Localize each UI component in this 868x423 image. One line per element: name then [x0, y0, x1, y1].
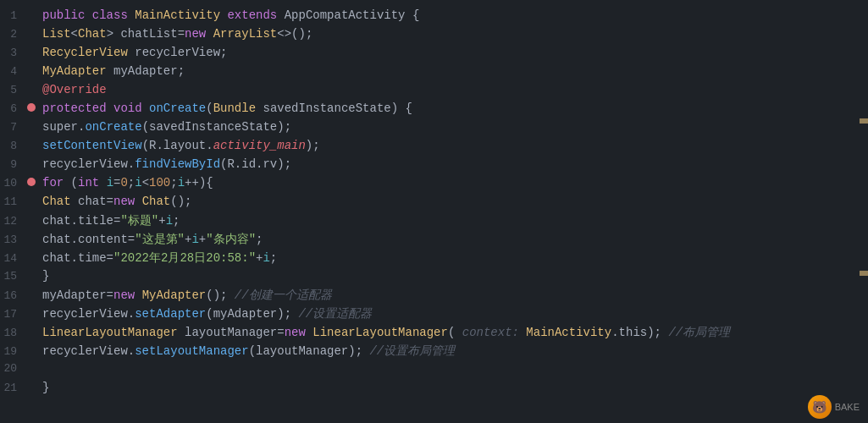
code-line: 3 RecyclerView recyclerView;	[0, 46, 868, 64]
token-plain: ;	[270, 251, 277, 265]
code-line: 13 chat.content="这是第"+i+"条内容";	[0, 232, 868, 250]
code-line: 19 recyclerView.setLayoutManager(layoutM…	[0, 343, 868, 362]
token-type: MyAdapter	[142, 288, 207, 302]
token-var-cyan: i	[191, 233, 198, 246]
token-plain: ;	[128, 176, 135, 190]
code-line: 17 recyclerView.setAdapter(myAdapter); /…	[0, 306, 868, 325]
token-annotation: @Override	[42, 83, 107, 96]
token-type: MyAdapter	[42, 64, 107, 78]
token-plain: recyclerView;	[128, 46, 228, 59]
token-plain: }	[42, 269, 49, 283]
line-content: }	[37, 269, 854, 283]
token-kw: protected	[42, 102, 113, 115]
token-var-cyan: i	[107, 176, 113, 190]
line-number: 12	[0, 215, 25, 228]
line-number: 15	[0, 270, 25, 283]
line-content: chat.content="这是第"+i+"条内容";	[37, 232, 854, 247]
token-plain: ++){	[185, 176, 213, 190]
token-plain: +	[158, 214, 165, 228]
code-line: 15 }	[0, 269, 868, 288]
watermark: 🐻 BAKE	[808, 395, 860, 419]
token-method: onCreate	[85, 120, 141, 134]
code-line: 6 protected void onCreate(Bundle savedIn…	[0, 102, 868, 120]
token-kw: new	[113, 288, 142, 302]
token-plain: ();	[170, 195, 191, 208]
breakpoint-area[interactable]	[25, 178, 37, 186]
breakpoint-dot	[27, 103, 36, 112]
token-plain: (R.id.rv);	[220, 157, 291, 171]
line-number: 11	[0, 195, 25, 208]
code-line: 14 chat.time="2022年2月28日20:58:"+i;	[0, 250, 868, 269]
token-number: 0	[120, 176, 127, 190]
line-number: 20	[0, 362, 25, 375]
token-plain: chat.title=	[42, 214, 120, 228]
token-kw: new	[113, 195, 142, 208]
line-number: 4	[0, 65, 25, 78]
line-content: myAdapter=new MyAdapter(); //创建一个适配器	[37, 288, 854, 303]
token-plain: (layoutManager);	[249, 344, 362, 358]
watermark-text: BAKE	[835, 402, 860, 412]
line-number: 7	[0, 121, 25, 134]
token-plain: +	[199, 233, 206, 246]
token-kw: extends	[227, 8, 284, 22]
token-plain: myAdapter;	[107, 64, 185, 78]
token-plain: ();	[206, 288, 227, 302]
line-number: 2	[0, 28, 25, 41]
token-italic-id: activity_main	[213, 139, 306, 152]
code-line: 7 super.onCreate(savedInstanceState);	[0, 120, 868, 139]
token-var-cyan: i	[263, 251, 269, 265]
token-plain: chat=	[71, 195, 113, 208]
token-plain: <	[71, 27, 78, 41]
token-method: setAdapter	[135, 307, 206, 321]
token-plain: }	[42, 381, 49, 394]
token-plain: <	[142, 176, 149, 190]
line-number: 16	[0, 289, 25, 302]
token-string: "条内容"	[206, 233, 256, 246]
token-plain: (	[448, 326, 462, 339]
token-comment: //创建一个适配器	[227, 288, 331, 302]
token-plain: > chatList=	[107, 27, 185, 41]
line-number: 17	[0, 308, 25, 321]
token-plain: AppCompatActivity {	[285, 8, 420, 22]
code-editor: 1public class MainActivity extends AppCo…	[0, 0, 868, 423]
line-content: recyclerView.setAdapter(myAdapter); //设置…	[37, 306, 854, 321]
line-content: chat.title="标题"+i;	[37, 213, 854, 228]
token-string: "这是第"	[135, 233, 185, 246]
token-plain: ;	[256, 233, 263, 246]
token-comment: context:	[462, 326, 527, 339]
line-content: Chat chat=new Chat();	[37, 195, 854, 208]
token-type: LinearLayoutManager	[312, 326, 448, 339]
line-number: 18	[0, 327, 25, 339]
token-string: "2022年2月28日20:58:"	[113, 251, 256, 265]
token-type: Chat	[78, 27, 107, 41]
token-plain: recyclerView.	[42, 344, 135, 358]
token-plain: recyclerView.	[42, 157, 135, 171]
token-type: MainActivity	[135, 8, 227, 22]
token-var-cyan: i	[178, 176, 185, 190]
token-comment: //设置布局管理	[362, 344, 455, 358]
token-plain: (	[71, 176, 78, 190]
line-content: @Override	[37, 83, 854, 96]
line-content: super.onCreate(savedInstanceState);	[37, 120, 854, 134]
token-method: findViewById	[135, 157, 220, 171]
line-number: 8	[0, 140, 25, 152]
watermark-icon: 🐻	[808, 395, 832, 419]
breakpoint-area[interactable]	[25, 103, 37, 112]
token-type: LinearLayoutManager	[42, 326, 178, 339]
token-plain: (myAdapter);	[206, 307, 291, 321]
line-content: List<Chat> chatList=new ArrayList<>();	[37, 27, 854, 41]
token-param: Bundle	[213, 102, 256, 115]
breakpoint-dot	[27, 178, 36, 186]
line-number: 19	[0, 345, 25, 358]
line-content: LinearLayoutManager layoutManager=new Li…	[37, 325, 854, 340]
line-content: recyclerView.setLayoutManager(layoutMana…	[37, 343, 854, 359]
code-line: 18 LinearLayoutManager layoutManager=new…	[0, 325, 868, 343]
code-line: 12 chat.title="标题"+i;	[0, 213, 868, 232]
line-number: 1	[0, 9, 25, 22]
token-plain: layoutManager=	[178, 326, 285, 339]
scroll-indicator-1	[860, 118, 868, 124]
token-number: 100	[149, 176, 170, 190]
token-plain: .this);	[611, 326, 661, 339]
code-line: 20	[0, 362, 868, 381]
token-plain: myAdapter=	[42, 288, 113, 302]
